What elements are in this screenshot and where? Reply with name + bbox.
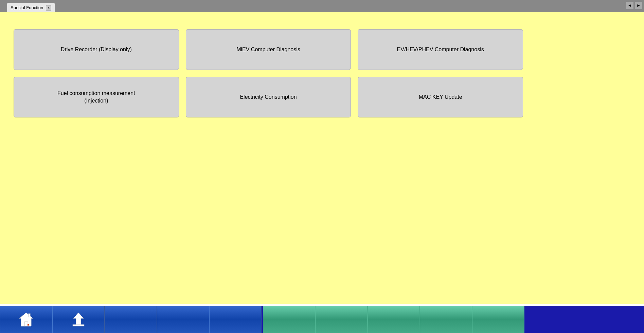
nav-back-button[interactable]: ◄: [626, 1, 634, 10]
miev-computer-label: MiEV Computer Diagnosis: [236, 46, 300, 53]
toolbar-left: [0, 306, 262, 333]
nav-arrows: ◄ ►: [626, 1, 643, 10]
bottom-toolbar: [0, 306, 644, 333]
fuel-consumption-label: Fuel consumption measurement(Injection): [57, 90, 135, 105]
toolbar-right-1[interactable]: [263, 306, 315, 333]
tab-label: Special Function: [11, 5, 43, 10]
special-function-tab[interactable]: Special Function x: [7, 3, 55, 12]
toolbar-slot-5[interactable]: [209, 306, 262, 333]
toolbar-right-4[interactable]: [420, 306, 472, 333]
back-icon: [70, 311, 87, 328]
home-icon: [18, 311, 35, 328]
svg-rect-2: [28, 324, 29, 326]
toolbar-right-5[interactable]: [472, 306, 524, 333]
svg-marker-4: [73, 313, 84, 325]
drive-recorder-button[interactable]: Drive Recorder (Display only): [14, 29, 179, 70]
toolbar-slot-3[interactable]: [105, 306, 157, 333]
tab-bar: Special Function x ◄ ►: [0, 0, 644, 12]
ev-hev-phev-label: EV/HEV/PHEV Computer Diagnosis: [397, 46, 484, 53]
back-button[interactable]: [52, 306, 105, 333]
mac-key-label: MAC KEY Update: [419, 93, 462, 101]
svg-rect-5: [73, 325, 84, 326]
drive-recorder-label: Drive Recorder (Display only): [61, 46, 132, 53]
back-arrow-icon: ◄: [628, 3, 632, 8]
miev-computer-button[interactable]: MiEV Computer Diagnosis: [186, 29, 351, 70]
mac-key-button[interactable]: MAC KEY Update: [358, 77, 523, 117]
toolbar-right-2[interactable]: [315, 306, 368, 333]
ev-hev-phev-button[interactable]: EV/HEV/PHEV Computer Diagnosis: [358, 29, 523, 70]
toolbar-right-3[interactable]: [368, 306, 420, 333]
toolbar-slot-4[interactable]: [157, 306, 209, 333]
forward-arrow-icon: ►: [637, 3, 641, 8]
tab-close-button[interactable]: x: [46, 5, 51, 11]
fuel-consumption-button[interactable]: Fuel consumption measurement(Injection): [14, 77, 179, 117]
close-icon: x: [48, 6, 50, 10]
electricity-consumption-label: Electricity Consumption: [240, 93, 297, 101]
main-content: Drive Recorder (Display only) MiEV Compu…: [0, 12, 644, 304]
home-button[interactable]: [0, 306, 52, 333]
svg-rect-3: [29, 314, 30, 317]
nav-forward-button[interactable]: ►: [634, 1, 643, 10]
toolbar-right: [263, 306, 524, 333]
function-button-grid: Drive Recorder (Display only) MiEV Compu…: [14, 29, 523, 117]
electricity-consumption-button[interactable]: Electricity Consumption: [186, 77, 351, 117]
svg-rect-1: [24, 322, 28, 326]
